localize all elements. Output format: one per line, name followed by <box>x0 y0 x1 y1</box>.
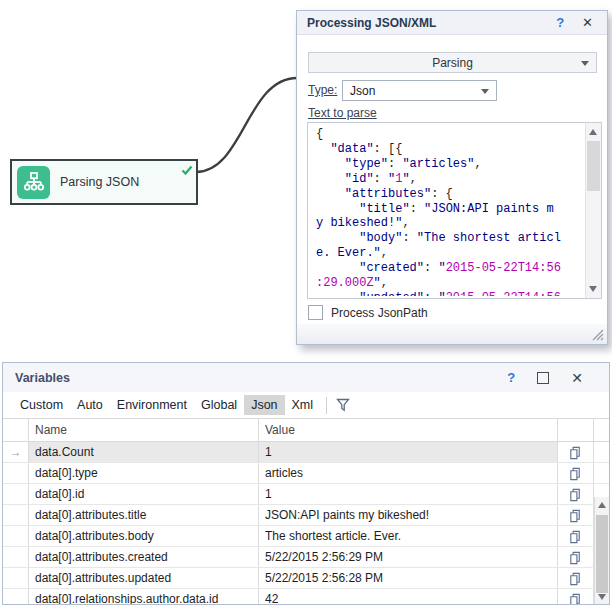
scroll-thumb[interactable] <box>596 515 608 593</box>
cell-name[interactable]: data[0].relationships.author.data.id <box>28 589 258 605</box>
cell-value[interactable]: 1 <box>258 484 557 504</box>
row-scroll-cell <box>593 463 607 483</box>
scroll-down-icon[interactable] <box>589 286 597 292</box>
tab-environment[interactable]: Environment <box>110 395 194 415</box>
properties-title: Processing JSON/XML <box>307 16 556 30</box>
table-row[interactable]: data[0].attributes.created 5/22/2015 2:5… <box>3 547 609 568</box>
chevron-down-icon <box>481 89 489 94</box>
cell-name[interactable]: data[0].attributes.body <box>28 526 258 546</box>
cell-value[interactable]: 5/22/2015 2:56:29 PM <box>258 547 557 567</box>
text-to-parse-editor[interactable]: { "data": [{ "type": "articles", "id": "… <box>307 122 602 299</box>
table-row[interactable]: data[0].id 1 <box>3 484 609 505</box>
process-jsonpath-checkbox[interactable] <box>308 305 323 320</box>
text-to-parse-label[interactable]: Text to parse <box>308 106 377 120</box>
variables-titlebar: Variables ? ✕ <box>3 363 609 392</box>
header-scroll-cell <box>593 419 607 441</box>
copy-button[interactable] <box>557 505 593 525</box>
table-row[interactable]: data[0].relationships.author.data.id 42 <box>3 589 609 605</box>
properties-panel: Processing JSON/XML ? ✕ Parsing Type: Js… <box>296 10 608 345</box>
variables-tab-strip: CustomAutoEnvironmentGlobalJsonXml <box>3 392 609 418</box>
section-dropdown[interactable]: Parsing <box>308 52 597 73</box>
header-indicator-cell <box>3 419 28 441</box>
row-indicator <box>3 547 28 567</box>
code-line: "type": "articles", <box>316 157 583 172</box>
help-icon[interactable]: ? <box>507 370 515 385</box>
tab-global[interactable]: Global <box>194 395 244 415</box>
scroll-down-icon[interactable] <box>598 594 606 600</box>
copy-button[interactable] <box>557 526 593 546</box>
cell-name[interactable]: data[0].attributes.updated <box>28 568 258 588</box>
code-line: y bikeshed!", <box>316 216 583 231</box>
cell-value[interactable]: articles <box>258 463 557 483</box>
help-icon[interactable]: ? <box>556 15 564 30</box>
table-row[interactable]: data[0].type articles <box>3 463 609 484</box>
table-row[interactable]: data[0].attributes.body The shortest art… <box>3 526 609 547</box>
process-jsonpath-label: Process JsonPath <box>331 306 428 320</box>
cell-value[interactable]: 5/22/2015 2:56:28 PM <box>258 568 557 588</box>
row-indicator <box>3 568 28 588</box>
scroll-thumb[interactable] <box>587 141 600 191</box>
cell-name[interactable]: data[0].attributes.title <box>28 505 258 525</box>
code-line: { <box>316 127 583 142</box>
close-icon[interactable]: ✕ <box>582 15 593 30</box>
filter-icon[interactable] <box>335 397 351 413</box>
cell-value[interactable]: 42 <box>258 589 557 605</box>
json-source-text: { "data": [{ "type": "articles", "id": "… <box>316 127 583 296</box>
resize-grip-icon[interactable] <box>591 328 604 341</box>
cell-value[interactable]: 1 <box>258 442 557 462</box>
table-body: → data.Count 1 data[0].type articles <box>3 442 609 605</box>
copy-button[interactable] <box>557 589 593 605</box>
editor-scrollbar[interactable] <box>585 123 601 298</box>
variables-title: Variables <box>15 371 507 385</box>
scroll-up-icon[interactable] <box>598 502 606 508</box>
code-line: "attributes": { <box>316 187 583 202</box>
tab-xml[interactable]: Xml <box>285 395 321 415</box>
cell-value[interactable]: The shortest article. Ever. <box>258 526 557 546</box>
copy-icon <box>568 571 583 586</box>
copy-button[interactable] <box>557 484 593 504</box>
section-dropdown-value: Parsing <box>432 56 473 70</box>
tab-separator <box>326 397 327 414</box>
tab-json[interactable]: Json <box>244 395 284 415</box>
code-line: "created": "2015-05-22T14:56 <box>316 261 583 276</box>
header-value[interactable]: Value <box>258 419 557 441</box>
maximize-icon[interactable] <box>537 372 549 384</box>
workflow-node-parsing-json[interactable]: Parsing JSON <box>10 159 198 205</box>
copy-icon <box>568 445 583 460</box>
type-label[interactable]: Type: <box>308 83 337 97</box>
copy-icon <box>568 508 583 523</box>
row-scroll-cell <box>593 442 607 462</box>
copy-button[interactable] <box>557 547 593 567</box>
variables-table: Name Value → data.Count 1 data[0].type a… <box>3 418 609 605</box>
row-indicator <box>3 589 28 605</box>
row-indicator: → <box>3 442 28 462</box>
cell-name[interactable]: data.Count <box>28 442 258 462</box>
code-line: e. Ever.", <box>316 246 583 261</box>
header-name[interactable]: Name <box>28 419 258 441</box>
table-row[interactable]: data[0].attributes.title JSON:API paints… <box>3 505 609 526</box>
variables-panel: Variables ? ✕ CustomAutoEnvironmentGloba… <box>2 362 610 605</box>
code-line: "body": "The shortest articl <box>316 231 583 246</box>
tab-custom[interactable]: Custom <box>13 395 70 415</box>
properties-titlebar: Processing JSON/XML ? ✕ <box>297 11 607 35</box>
code-line: "id": "1", <box>316 172 583 187</box>
cell-name[interactable]: data[0].attributes.created <box>28 547 258 567</box>
cell-value[interactable]: JSON:API paints my bikeshed! <box>258 505 557 525</box>
tab-auto[interactable]: Auto <box>70 395 110 415</box>
table-row[interactable]: data[0].attributes.updated 5/22/2015 2:5… <box>3 568 609 589</box>
row-indicator <box>3 463 28 483</box>
type-combobox[interactable]: Json <box>342 80 497 101</box>
copy-icon <box>568 466 583 481</box>
copy-button[interactable] <box>557 442 593 462</box>
copy-button[interactable] <box>557 463 593 483</box>
type-combobox-value: Json <box>350 84 375 98</box>
cell-name[interactable]: data[0].type <box>28 463 258 483</box>
scroll-up-icon[interactable] <box>589 129 597 135</box>
copy-button[interactable] <box>557 568 593 588</box>
cell-name[interactable]: data[0].id <box>28 484 258 504</box>
hierarchy-icon <box>17 166 50 199</box>
close-icon[interactable]: ✕ <box>571 370 583 386</box>
copy-icon <box>568 550 583 565</box>
table-row[interactable]: → data.Count 1 <box>3 442 609 463</box>
table-scrollbar[interactable] <box>594 497 609 605</box>
